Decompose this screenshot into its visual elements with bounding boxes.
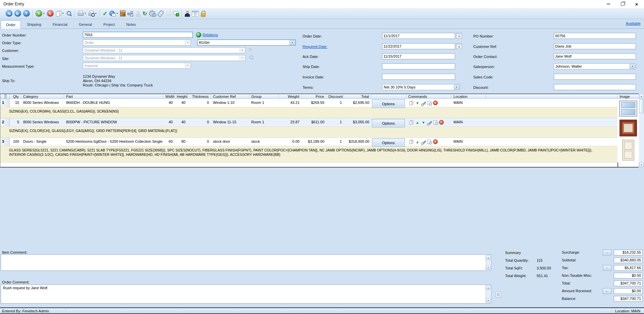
options-button[interactable]: Options [372, 100, 405, 108]
tab-general[interactable]: General [73, 20, 97, 28]
restore-button[interactable] [618, 1, 627, 7]
lock-button[interactable] [200, 9, 207, 18]
settings-button[interactable] [148, 9, 156, 18]
close-button[interactable]: × [632, 1, 641, 7]
chevron-down-icon[interactable]: ▼ [95, 12, 97, 14]
toolbar-drag-handle[interactable] [3, 10, 3, 17]
required-date-input[interactable] [382, 43, 455, 49]
customer-button[interactable] [183, 9, 191, 18]
column-header-image[interactable]: Image [618, 94, 639, 99]
recycle-button[interactable]: ↻ [142, 9, 148, 18]
chevron-down-icon[interactable]: ▼ [116, 12, 118, 14]
print-preview-button[interactable]: ▼ [87, 9, 98, 18]
tab-financial[interactable]: Financial [47, 20, 73, 28]
invoice-date-input[interactable] [382, 74, 455, 80]
download-button[interactable]: ▼ [22, 9, 31, 18]
delete-icon[interactable]: × [433, 101, 438, 105]
item-data-row[interactable]: 3100Doors - Single5200-Heirlooms-SglDoor… [0, 138, 618, 146]
back-button[interactable]: ◀ [5, 9, 13, 18]
copy-icon[interactable] [409, 120, 414, 125]
column-header-width[interactable]: Width [163, 94, 175, 99]
column-header-commands[interactable]: Commands [406, 94, 451, 99]
tree-button[interactable] [126, 9, 134, 18]
rush-combo[interactable]: RUSH▼ [197, 40, 296, 46]
delete-icon[interactable]: × [433, 139, 438, 144]
pricing-icon[interactable] [427, 139, 432, 144]
scroll-down-icon[interactable]: ▼ [486, 298, 490, 303]
required-date-calendar-icon[interactable]: 15 [456, 43, 462, 49]
chevron-down-icon[interactable]: ▼ [289, 40, 295, 45]
attachment-button[interactable] [156, 9, 165, 18]
validate-button[interactable]: ✓ [102, 9, 108, 18]
column-header-customerref[interactable]: Customer Ref [211, 94, 249, 99]
move-down-icon[interactable]: ▼ [415, 101, 420, 106]
chevron-down-icon[interactable]: ▼ [454, 85, 460, 89]
table-row[interactable]: 1108000 Series Windows8660DH - DOUBLE HU… [0, 99, 639, 118]
pricing-icon[interactable] [427, 101, 432, 106]
search-button[interactable] [65, 9, 73, 18]
copy-icon[interactable] [409, 139, 414, 144]
order-comment-notes-button[interactable] [495, 292, 501, 298]
add-button[interactable]: +▼ [35, 9, 46, 18]
column-header-discount[interactable]: Discount [326, 94, 344, 99]
order-date-calendar-icon[interactable]: 15 [456, 33, 462, 39]
catalog-button[interactable] [119, 9, 126, 18]
surcharge-more-button[interactable]: ... [603, 250, 611, 255]
item-comment-scrollbar[interactable]: ▲ ▼ [485, 255, 491, 270]
comment-add-button[interactable] [172, 9, 180, 18]
order-contact-input[interactable] [554, 53, 636, 59]
column-header-location[interactable]: Location [451, 94, 486, 99]
table-row[interactable]: 258000 Series Windows8000PW - PICTURE WI… [0, 118, 639, 138]
tab-order[interactable]: Order [1, 20, 21, 29]
ship-date-input[interactable] [382, 63, 455, 69]
order-number-input[interactable] [83, 32, 193, 38]
available-link[interactable]: Available [626, 21, 641, 25]
column-header-price[interactable]: Price [302, 94, 326, 99]
scroll-down-icon[interactable]: ▼ [486, 265, 490, 270]
wrench-icon[interactable] [427, 120, 432, 125]
po-number-input[interactable] [554, 33, 636, 39]
move-up-icon[interactable]: ▲ [415, 120, 420, 125]
amount-received-more-button[interactable]: ... [603, 288, 611, 294]
chevron-down-icon[interactable]: ▼ [84, 12, 86, 14]
move-up-icon[interactable]: ▲ [415, 139, 420, 144]
column-header-thickness[interactable]: Thickness [187, 94, 211, 99]
wrench-icon[interactable] [421, 101, 426, 106]
forward-button[interactable]: ▶ [13, 9, 22, 18]
move-down-icon[interactable]: ▼ [421, 120, 426, 125]
order-date-input[interactable] [382, 33, 455, 39]
options-button[interactable]: Options [372, 119, 405, 127]
minimize-button[interactable] [604, 1, 613, 7]
required-date-link[interactable]: Required Date: [303, 45, 327, 49]
scroll-up-icon[interactable]: ▲ [486, 286, 490, 290]
salesperson-combo[interactable]: Johnson, Walter▼ [554, 63, 636, 69]
discount-input[interactable] [554, 84, 636, 90]
column-header-total[interactable]: Total [344, 94, 371, 99]
order-comment-box[interactable]: Rush request by Jane Wolf. ▲ ▼ [1, 285, 491, 304]
column-header-weight[interactable]: Weight [279, 94, 302, 99]
chevron-down-icon[interactable]: ▼ [630, 64, 635, 69]
ack-date-input[interactable] [382, 53, 455, 59]
delete-icon[interactable]: × [439, 120, 444, 125]
tax-more-button[interactable]: ... [603, 265, 611, 271]
customer-ref-input[interactable] [554, 43, 636, 49]
column-header-category[interactable]: Category [21, 94, 64, 99]
scroll-up-icon[interactable]: ▲ [639, 94, 644, 99]
column-header-height[interactable]: Height [175, 94, 187, 99]
wrench-icon[interactable] [421, 139, 426, 144]
terms-combo[interactable]: Net 30 10% 5 Days▼ [382, 84, 460, 90]
copy-icon[interactable] [409, 101, 414, 106]
delete-button[interactable]: × [46, 9, 55, 18]
column-header-group[interactable]: Group [249, 94, 279, 99]
tab-shipping[interactable]: Shipping [21, 20, 47, 28]
item-data-row[interactable]: 258000 Series Windows8000PW - PICTURE WI… [0, 118, 618, 126]
table-vertical-scrollbar[interactable]: ▲ ▼ [639, 93, 644, 168]
tab-notes[interactable]: Notes [121, 20, 141, 28]
scroll-up-icon[interactable]: ▲ [486, 255, 490, 260]
item-comment-box[interactable]: ▲ ▼ [1, 254, 491, 271]
scroll-down-icon[interactable]: ▼ [639, 163, 644, 167]
chevron-down-icon[interactable]: ▼ [62, 12, 64, 14]
column-header-qty[interactable]: Qty [10, 94, 21, 99]
history-button[interactable] [191, 9, 200, 18]
sales-code-input[interactable] [554, 74, 636, 80]
